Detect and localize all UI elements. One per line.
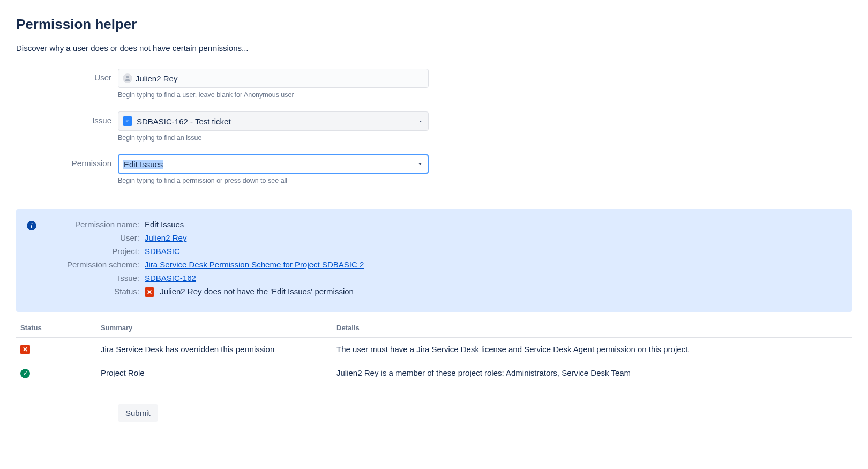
info-link[interactable]: Julien2 Rey xyxy=(145,233,186,242)
page-title: Permission helper xyxy=(16,16,852,33)
cell-summary: Project Role xyxy=(96,361,332,385)
info-value: SDBASIC-162 xyxy=(145,273,196,282)
info-icon: i xyxy=(27,221,36,230)
issue-type-icon xyxy=(123,116,132,126)
user-help: Begin typing to find a user, leave blank… xyxy=(118,91,429,99)
info-value: Jira Service Desk Permission Scheme for … xyxy=(145,260,364,269)
cell-details: The user must have a Jira Service Desk l… xyxy=(332,338,852,361)
issue-input[interactable]: SDBASIC-162 - Test ticket xyxy=(118,111,429,131)
chevron-down-icon xyxy=(417,160,423,169)
info-link[interactable]: SDBASIC-162 xyxy=(145,273,196,282)
info-key: Permission name: xyxy=(43,220,145,229)
info-row-status: Status:✕ Julien2 Rey does not have the '… xyxy=(43,287,841,297)
permission-help: Begin typing to find a permission or pre… xyxy=(118,177,429,184)
info-status-value: ✕ Julien2 Rey does not have the 'Edit Is… xyxy=(145,287,354,297)
form-row-issue: Issue SDBASIC-162 - Test ticket Begin ty… xyxy=(16,111,852,150)
user-value: Julien2 Rey xyxy=(136,74,177,83)
issue-label: Issue xyxy=(16,111,118,125)
info-panel: i Permission name:Edit IssuesUser:Julien… xyxy=(16,209,852,312)
x-icon: ✕ xyxy=(20,345,30,354)
info-row: User:Julien2 Rey xyxy=(43,233,841,242)
svg-point-0 xyxy=(126,76,129,78)
info-value: SDBASIC xyxy=(145,247,180,256)
permission-label: Permission xyxy=(16,154,118,168)
info-link[interactable]: SDBASIC xyxy=(145,247,180,256)
table-row: ✓Project RoleJulien2 Rey is a member of … xyxy=(16,361,852,385)
info-row: Project:SDBASIC xyxy=(43,247,841,256)
info-link[interactable]: Jira Service Desk Permission Scheme for … xyxy=(145,260,364,269)
table-row: ✕Jira Service Desk has overridden this p… xyxy=(16,338,852,361)
info-row: Permission name:Edit Issues xyxy=(43,220,841,229)
form-row-permission: Permission Edit Issues Begin typing to f… xyxy=(16,154,852,193)
user-input[interactable]: Julien2 Rey xyxy=(118,69,429,88)
submit-button[interactable]: Submit xyxy=(118,404,158,422)
svg-rect-1 xyxy=(126,121,129,121)
user-label: User xyxy=(16,69,118,82)
col-header-status: Status xyxy=(16,318,96,338)
check-icon: ✓ xyxy=(20,369,30,378)
issue-help: Begin typing to find an issue xyxy=(118,134,429,142)
col-header-details: Details xyxy=(332,318,852,338)
info-row: Issue:SDBASIC-162 xyxy=(43,273,841,282)
svg-rect-2 xyxy=(126,122,128,122)
user-avatar-icon xyxy=(123,73,132,83)
results-table: Status Summary Details ✕Jira Service Des… xyxy=(16,318,852,385)
page-subtitle: Discover why a user does or does not hav… xyxy=(16,43,852,53)
cell-summary: Jira Service Desk has overridden this pe… xyxy=(96,338,332,361)
cell-status: ✕ xyxy=(16,338,96,361)
info-key: Project: xyxy=(43,247,145,256)
form-row-user: User Julien2 Rey Begin typing to find a … xyxy=(16,69,852,107)
permission-input[interactable]: Edit Issues xyxy=(118,154,429,174)
info-key: Status: xyxy=(43,287,145,297)
x-icon: ✕ xyxy=(145,287,154,297)
info-key: Permission scheme: xyxy=(43,260,145,269)
issue-value: SDBASIC-162 - Test ticket xyxy=(137,117,231,126)
chevron-down-icon xyxy=(417,117,424,126)
permission-value: Edit Issues xyxy=(123,160,163,169)
info-key: Issue: xyxy=(43,273,145,282)
col-header-summary: Summary xyxy=(96,318,332,338)
cell-status: ✓ xyxy=(16,361,96,385)
info-row: Permission scheme:Jira Service Desk Perm… xyxy=(43,260,841,269)
cell-details: Julien2 Rey is a member of these project… xyxy=(332,361,852,385)
info-value: Julien2 Rey xyxy=(145,233,186,242)
info-value: Edit Issues xyxy=(145,220,184,229)
info-key: User: xyxy=(43,233,145,242)
